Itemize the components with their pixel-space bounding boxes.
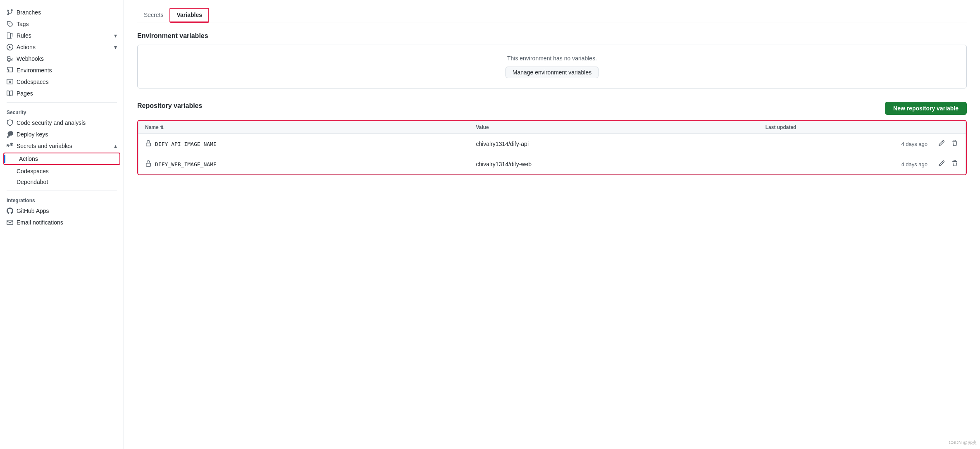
var-updated-cell: 4 days ago: [759, 134, 966, 154]
manage-env-variables-button[interactable]: Manage environment variables: [505, 67, 598, 78]
repo-vars-header: Repository variables New repository vari…: [137, 102, 967, 115]
github-icon: [7, 208, 13, 214]
sidebar-item-label: Codespaces: [17, 79, 49, 85]
edit-variable-button[interactable]: [937, 159, 946, 169]
sidebar-sub-item-label: Actions: [19, 155, 38, 162]
sidebar-item-codespaces[interactable]: Codespaces: [0, 76, 124, 88]
sidebar-item-environments[interactable]: Environments: [0, 64, 124, 76]
sidebar-item-label: Tags: [17, 21, 29, 27]
chevron-down-icon: ▾: [114, 44, 117, 50]
var-name: DIFY_WEB_IMAGE_NAME: [155, 161, 217, 167]
sidebar-item-label: Pages: [17, 90, 33, 97]
sidebar-item-webhooks[interactable]: Webhooks: [0, 53, 124, 64]
security-section-label: Security: [0, 106, 124, 117]
sidebar-item-label: GitHub Apps: [17, 208, 49, 214]
codespaces-icon: [7, 79, 13, 85]
sort-icon: ⇅: [160, 125, 164, 130]
sidebar: Branches Tags Rules ▾ Actions ▾ Webhooks…: [0, 0, 124, 449]
sidebar-item-label: Webhooks: [17, 55, 44, 62]
sidebar-sub-item-label: Dependabot: [17, 179, 48, 185]
sidebar-item-secrets-and-variables[interactable]: Secrets and variables ▴: [0, 140, 124, 152]
sidebar-item-branches[interactable]: Branches: [0, 7, 124, 18]
variables-table: Name ⇅ Value Last updated: [138, 121, 966, 174]
branch-icon: [7, 9, 13, 16]
table-row: DIFY_API_IMAGE_NAME chivalry1314/dify-ap…: [138, 134, 966, 154]
tabs-row: Secrets Variables: [137, 8, 967, 22]
table-row: DIFY_WEB_IMAGE_NAME chivalry1314/dify-we…: [138, 154, 966, 174]
variables-table-container: Name ⇅ Value Last updated: [137, 120, 967, 175]
var-value-cell: chivalry1314/dify-api: [469, 134, 758, 154]
sidebar-sub-item-actions[interactable]: Actions: [3, 153, 120, 165]
sidebar-sub-item-label: Codespaces: [17, 168, 49, 174]
sidebar-item-rules[interactable]: Rules ▾: [0, 30, 124, 41]
new-repository-variable-button[interactable]: New repository variable: [885, 102, 967, 115]
tab-secrets[interactable]: Secrets: [137, 8, 170, 22]
var-value-cell: chivalry1314/dify-web: [469, 154, 758, 174]
sidebar-item-label: Environments: [17, 67, 52, 74]
key-icon: [7, 131, 13, 138]
lock-icon: [145, 160, 152, 168]
sidebar-item-label: Code security and analysis: [17, 119, 86, 126]
sidebar-divider: [7, 103, 117, 103]
var-name-cell: DIFY_API_IMAGE_NAME: [138, 134, 469, 154]
webhook-icon: [7, 55, 13, 62]
sidebar-item-github-apps[interactable]: GitHub Apps: [0, 205, 124, 217]
env-variables-box: This environment has no variables. Manag…: [137, 45, 967, 88]
main-content: Secrets Variables Environment variables …: [124, 0, 980, 449]
integrations-section-label: Integrations: [0, 194, 124, 205]
sidebar-item-label: Email notifications: [17, 219, 63, 226]
chevron-down-icon: ▾: [114, 32, 117, 39]
sidebar-item-deploy-keys[interactable]: Deploy keys: [0, 129, 124, 140]
asterisk-icon: [7, 143, 13, 149]
active-indicator: [4, 155, 5, 163]
repo-variables-title: Repository variables: [137, 102, 202, 110]
sidebar-item-tags[interactable]: Tags: [0, 18, 124, 30]
sidebar-item-label: Deploy keys: [17, 131, 48, 138]
sidebar-item-label: Actions: [17, 44, 36, 50]
tag-icon: [7, 21, 13, 27]
delete-variable-button[interactable]: [951, 139, 959, 149]
env-variables-title: Environment variables: [137, 32, 967, 40]
var-time: 4 days ago: [901, 141, 928, 147]
shield-icon: [7, 119, 13, 126]
delete-variable-button[interactable]: [951, 159, 959, 169]
sidebar-divider-2: [7, 191, 117, 191]
play-icon: [7, 44, 13, 50]
pages-icon: [7, 90, 13, 97]
env-empty-text: This environment has no variables.: [148, 55, 956, 62]
sidebar-sub-item-dependabot[interactable]: Dependabot: [0, 177, 124, 187]
var-time: 4 days ago: [901, 161, 928, 167]
edit-variable-button[interactable]: [937, 139, 946, 149]
sidebar-item-label: Branches: [17, 9, 41, 16]
chevron-up-icon: ▴: [114, 143, 117, 149]
table-header-last-updated: Last updated: [759, 121, 966, 134]
var-updated-cell: 4 days ago: [759, 154, 966, 174]
sidebar-item-actions[interactable]: Actions ▾: [0, 41, 124, 53]
sidebar-item-label: Secrets and variables: [17, 143, 72, 149]
sidebar-item-label: Rules: [17, 32, 31, 39]
tab-variables[interactable]: Variables: [170, 8, 209, 22]
lock-icon: [145, 140, 152, 148]
sidebar-item-pages[interactable]: Pages: [0, 88, 124, 99]
sidebar-item-email-notifications[interactable]: Email notifications: [0, 217, 124, 228]
table-header-value: Value: [469, 121, 758, 134]
var-name-cell: DIFY_WEB_IMAGE_NAME: [138, 154, 469, 174]
mail-icon: [7, 219, 13, 226]
rules-icon: [7, 32, 13, 39]
table-header-name: Name ⇅: [138, 121, 469, 134]
environments-icon: [7, 67, 13, 74]
watermark: CSDN @赤炎: [949, 439, 977, 446]
var-name: DIFY_API_IMAGE_NAME: [155, 141, 217, 147]
sidebar-sub-item-codespaces[interactable]: Codespaces: [0, 166, 124, 177]
sidebar-item-code-security[interactable]: Code security and analysis: [0, 117, 124, 129]
